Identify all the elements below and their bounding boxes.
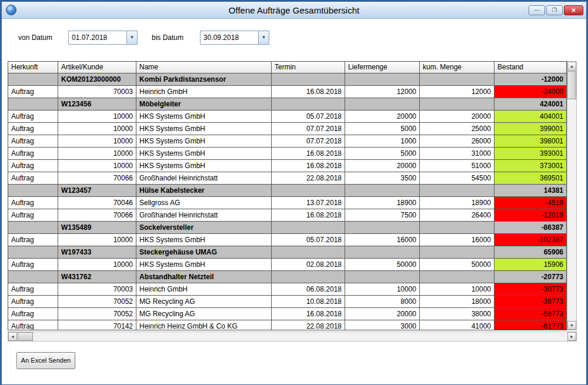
order-row[interactable]: Auftrag70066Großhandel Heinrichstatt22.0… bbox=[8, 172, 566, 185]
order-row[interactable]: Auftrag70052MG Recycling AG10.08.2018800… bbox=[8, 296, 566, 308]
cell-termin: 22.08.2018 bbox=[272, 172, 345, 185]
cell-liefermenge: 1000 bbox=[345, 135, 420, 148]
cell-herkunft: Auftrag bbox=[8, 111, 58, 123]
cell-name: HKS Systems GmbH bbox=[136, 259, 272, 271]
order-row[interactable]: Auftrag70003Heinrich GmbH16.08.201812000… bbox=[8, 86, 566, 98]
column-header-herkunft[interactable]: Herkunft bbox=[8, 62, 58, 73]
cell-termin: 16.08.2018 bbox=[272, 148, 345, 160]
order-row[interactable]: Auftrag70142Heinrich Heinz GmbH & Co KG2… bbox=[8, 320, 566, 330]
cell-name: Heinrich Heinz GmbH & Co KG bbox=[136, 320, 272, 330]
cell-artikel-kunde: 10000 bbox=[58, 111, 136, 123]
from-date-value[interactable]: 01.07.2018 bbox=[69, 31, 126, 44]
cell-kum-menge: 51000 bbox=[420, 160, 495, 172]
vertical-scrollbar[interactable]: ▲ ▼ bbox=[567, 61, 577, 330]
horizontal-scrollbar[interactable]: ◄ ► bbox=[8, 332, 577, 342]
cell-kum-menge: 16000 bbox=[420, 234, 495, 246]
cell-herkunft bbox=[8, 73, 58, 86]
group-row[interactable]: W431762Abstandhalter Netzteil-20773 bbox=[8, 271, 566, 283]
cell-bestand: -58773 bbox=[495, 308, 566, 320]
cell-liefermenge bbox=[345, 222, 420, 234]
column-header-kum-menge[interactable]: kum. Menge bbox=[420, 62, 495, 73]
cell-name: Heinrich GmbH bbox=[136, 86, 272, 98]
app-icon[interactable] bbox=[6, 5, 16, 15]
to-date-value[interactable]: 30.09.2018 bbox=[201, 31, 258, 44]
cell-kum-menge bbox=[420, 271, 495, 283]
order-row[interactable]: Auftrag70046Sellgross AG13.07.2018189001… bbox=[8, 197, 566, 209]
cell-liefermenge: 20000 bbox=[345, 111, 420, 123]
scroll-left-icon[interactable]: ◄ bbox=[8, 332, 17, 341]
cell-artikel-kunde: 70046 bbox=[58, 197, 136, 209]
group-row[interactable]: KOM20123000000Kombi Parkdistanzsensor-12… bbox=[8, 73, 566, 86]
cell-kum-menge: 50000 bbox=[420, 259, 495, 271]
window-controls: — ❐ ✕ bbox=[529, 5, 583, 15]
scroll-down-icon[interactable]: ▼ bbox=[567, 321, 576, 330]
cell-artikel-kunde: 10000 bbox=[58, 148, 136, 160]
order-row[interactable]: Auftrag10000HKS Systems GmbH02.08.201850… bbox=[8, 259, 566, 271]
horizontal-scrollbar-thumb[interactable] bbox=[18, 332, 33, 341]
cell-artikel-kunde: 10000 bbox=[58, 135, 136, 148]
scroll-up-icon[interactable]: ▲ bbox=[567, 62, 576, 71]
cell-artikel-kunde: W135489 bbox=[58, 222, 136, 234]
cell-liefermenge: 3500 bbox=[345, 172, 420, 185]
column-header-bestand[interactable]: Bestand bbox=[495, 62, 566, 73]
column-header-name[interactable]: Name bbox=[136, 62, 272, 73]
cell-termin bbox=[272, 73, 345, 86]
column-header-liefermenge[interactable]: Liefermenge bbox=[345, 62, 420, 73]
cell-kum-menge: 20000 bbox=[420, 111, 495, 123]
order-row[interactable]: Auftrag70003Heinrich GmbH06.08.201810000… bbox=[8, 283, 566, 296]
cell-herkunft: Auftrag bbox=[8, 160, 58, 172]
maximize-button[interactable]: ❐ bbox=[546, 5, 563, 15]
cell-name: Großhandel Heinrichstatt bbox=[136, 209, 272, 222]
from-date-combobox[interactable]: 01.07.2018 ▼ bbox=[68, 31, 138, 45]
cell-name: Abstandhalter Netzteil bbox=[136, 271, 272, 283]
column-header-artikel-kunde[interactable]: Artikel/Kunde bbox=[58, 62, 136, 73]
cell-name: HKS Systems GmbH bbox=[136, 123, 272, 135]
cell-liefermenge bbox=[345, 185, 420, 197]
column-header-termin[interactable]: Termin bbox=[272, 62, 345, 73]
order-row[interactable]: Auftrag10000HKS Systems GmbH05.07.201820… bbox=[8, 111, 566, 123]
cell-kum-menge: 18900 bbox=[420, 197, 495, 209]
close-button[interactable]: ✕ bbox=[564, 5, 583, 15]
cell-herkunft: Auftrag bbox=[8, 148, 58, 160]
cell-name: Hülse Kabelstecker bbox=[136, 185, 272, 197]
orders-grid: HerkunftArtikel/KundeNameTerminLiefermen… bbox=[8, 61, 567, 330]
cell-termin bbox=[272, 98, 345, 111]
order-row[interactable]: Auftrag10000HKS Systems GmbH05.07.201816… bbox=[8, 234, 566, 246]
cell-name: MG Recycling AG bbox=[136, 296, 272, 308]
to-date-combobox[interactable]: 30.09.2018 ▼ bbox=[200, 31, 269, 45]
order-row[interactable]: Auftrag10000HKS Systems GmbH07.07.201850… bbox=[8, 123, 566, 135]
cell-name: MG Recycling AG bbox=[136, 308, 272, 320]
cell-liefermenge: 5000 bbox=[345, 123, 420, 135]
cell-bestand: -4519 bbox=[495, 197, 566, 209]
cell-liefermenge: 20000 bbox=[345, 308, 420, 320]
order-row[interactable]: Auftrag70052MG Recycling AG16.08.2018200… bbox=[8, 308, 566, 320]
cell-bestand: -20773 bbox=[495, 271, 566, 283]
chevron-down-icon[interactable]: ▼ bbox=[126, 31, 137, 44]
cell-termin: 05.07.2018 bbox=[272, 111, 345, 123]
group-row[interactable]: W197433Steckergehäuse UMAG65906 bbox=[8, 246, 566, 259]
cell-bestand: 373001 bbox=[495, 160, 566, 172]
order-row[interactable]: Auftrag10000HKS Systems GmbH16.08.201820… bbox=[8, 160, 566, 172]
chevron-down-icon[interactable]: ▼ bbox=[258, 31, 269, 44]
cell-artikel-kunde: 10000 bbox=[58, 160, 136, 172]
cell-bestand: 65906 bbox=[495, 246, 566, 259]
order-row[interactable]: Auftrag10000HKS Systems GmbH16.08.201850… bbox=[8, 148, 566, 160]
vertical-scrollbar-thumb[interactable] bbox=[567, 71, 576, 99]
send-to-excel-button[interactable]: An Excel Senden bbox=[16, 352, 75, 369]
order-row[interactable]: Auftrag70066Großhandel Heinrichstatt16.0… bbox=[8, 209, 566, 222]
cell-liefermenge bbox=[345, 73, 420, 86]
cell-bestand: -12019 bbox=[495, 209, 566, 222]
cell-herkunft: Auftrag bbox=[8, 86, 58, 98]
from-date-label: von Datum bbox=[18, 34, 52, 42]
cell-bestand: -86387 bbox=[495, 222, 566, 234]
cell-name: HKS Systems GmbH bbox=[136, 160, 272, 172]
scroll-right-icon[interactable]: ► bbox=[567, 332, 576, 341]
group-row[interactable]: W123456Möbelgleiter424001 bbox=[8, 98, 566, 111]
minimize-button[interactable]: — bbox=[529, 5, 545, 15]
order-row[interactable]: Auftrag10000HKS Systems GmbH07.07.201810… bbox=[8, 135, 566, 148]
cell-herkunft: Auftrag bbox=[8, 308, 58, 320]
group-row[interactable]: W123457Hülse Kabelstecker14381 bbox=[8, 185, 566, 197]
group-row[interactable]: W135489Sockelversteller-86387 bbox=[8, 222, 566, 234]
cell-herkunft bbox=[8, 185, 58, 197]
cell-termin: 16.08.2018 bbox=[272, 308, 345, 320]
